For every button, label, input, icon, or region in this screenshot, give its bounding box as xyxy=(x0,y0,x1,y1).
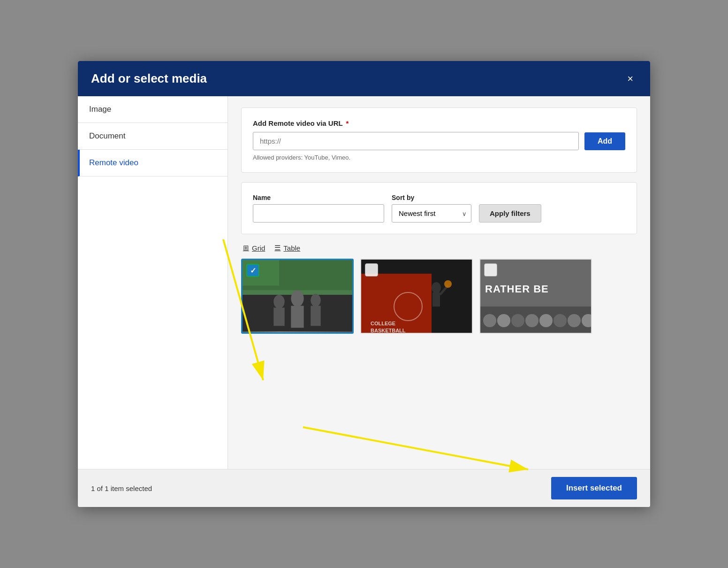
sort-filter-group: Sort by Newest first Oldest first Name A… xyxy=(392,194,471,223)
svg-rect-3 xyxy=(273,307,284,326)
modal: Add or select media × Image Document Rem… xyxy=(78,61,650,507)
svg-rect-7 xyxy=(311,306,320,326)
svg-point-4 xyxy=(291,290,303,307)
grid-icon: ⊞ xyxy=(243,244,249,252)
grid-view-button[interactable]: ⊞ Grid xyxy=(243,244,265,252)
insert-selected-button[interactable]: Insert selected xyxy=(551,477,637,499)
sidebar-item-remote-video[interactable]: Remote video xyxy=(78,150,228,177)
sidebar-item-image[interactable]: Image xyxy=(78,96,228,123)
name-filter-label: Name xyxy=(253,194,384,201)
name-filter-input[interactable] xyxy=(253,204,384,223)
sort-filter-label: Sort by xyxy=(392,194,471,201)
url-input[interactable] xyxy=(253,132,579,150)
checkbox-unselected-3[interactable] xyxy=(484,263,497,276)
table-view-button[interactable]: ☰ Table xyxy=(274,244,300,252)
checkbox-selected[interactable]: ✓ xyxy=(246,264,259,277)
checkbox-unselected-2[interactable] xyxy=(365,263,378,276)
media-grid: ✓ COLLEGE BASKETBALL xyxy=(241,259,637,334)
svg-point-2 xyxy=(273,295,284,308)
svg-rect-16 xyxy=(432,292,440,307)
filters-section: Name Sort by Newest first Oldest first N… xyxy=(241,182,637,234)
list-icon: ☰ xyxy=(274,244,281,252)
sort-select[interactable]: Newest first Oldest first Name A-Z Name … xyxy=(392,204,471,223)
svg-point-27 xyxy=(539,314,553,327)
svg-point-6 xyxy=(311,294,320,307)
add-button[interactable]: Add xyxy=(584,132,625,150)
svg-point-29 xyxy=(568,314,581,327)
svg-point-15 xyxy=(432,282,441,293)
main-content: Add Remote video via URL * Add Allowed p… xyxy=(228,96,650,469)
modal-footer: 1 of 1 item selected Insert selected xyxy=(78,469,650,507)
filter-row: Name Sort by Newest first Oldest first N… xyxy=(253,194,625,223)
remote-video-label: Add Remote video via URL * xyxy=(253,119,625,127)
svg-text:BASKETBALL: BASKETBALL xyxy=(371,328,406,333)
apply-filters-button[interactable]: Apply filters xyxy=(479,204,541,223)
selected-count: 1 of 1 item selected xyxy=(91,484,152,492)
provider-hint: Allowed providers: YouTube, Vimeo. xyxy=(253,154,625,161)
svg-point-26 xyxy=(525,314,538,327)
svg-text:RATHER BE: RATHER BE xyxy=(485,283,549,295)
sort-wrapper: Newest first Oldest first Name A-Z Name … xyxy=(392,204,471,223)
svg-point-24 xyxy=(497,314,510,327)
name-filter-group: Name xyxy=(253,194,384,223)
media-item-3[interactable]: RATHER BE xyxy=(479,259,592,334)
modal-title: Add or select media xyxy=(91,71,207,86)
checkmark-icon: ✓ xyxy=(250,266,256,275)
svg-point-25 xyxy=(511,314,524,327)
required-indicator: * xyxy=(346,119,349,127)
media-section: ⊞ Grid ☰ Table xyxy=(241,244,637,334)
svg-point-23 xyxy=(483,314,496,327)
svg-point-18 xyxy=(444,280,452,288)
media-item-1[interactable]: ✓ xyxy=(241,259,354,334)
url-row: Add xyxy=(253,132,625,150)
svg-text:COLLEGE: COLLEGE xyxy=(371,321,395,326)
svg-point-28 xyxy=(554,314,567,327)
view-toggle: ⊞ Grid ☰ Table xyxy=(241,244,637,252)
svg-rect-5 xyxy=(291,306,303,328)
remote-video-section: Add Remote video via URL * Add Allowed p… xyxy=(241,107,637,173)
modal-header: Add or select media × xyxy=(78,61,650,96)
modal-body: Image Document Remote video Add Remote v… xyxy=(78,96,650,469)
sidebar: Image Document Remote video xyxy=(78,96,228,469)
close-button[interactable]: × xyxy=(623,72,637,86)
media-item-2[interactable]: COLLEGE BASKETBALL xyxy=(360,259,473,334)
sidebar-item-document[interactable]: Document xyxy=(78,123,228,150)
